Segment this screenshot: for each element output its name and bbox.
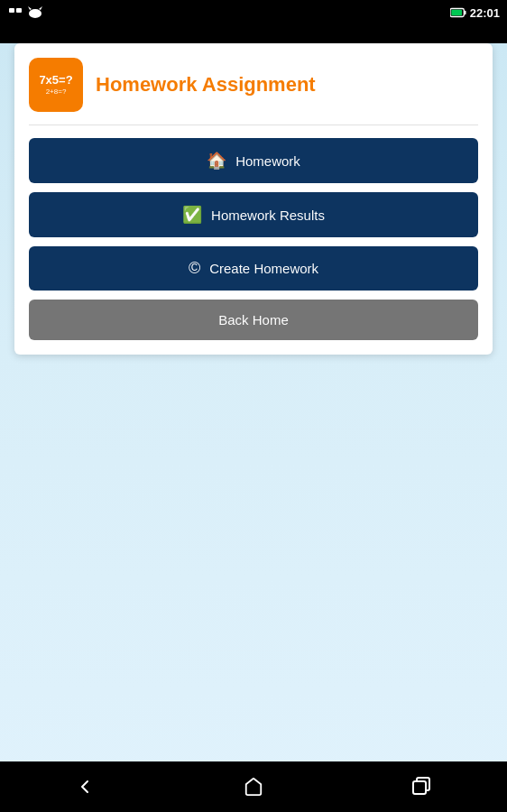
homework-results-label: Homework Results <box>211 208 325 223</box>
status-bar: 22:01 <box>0 0 507 25</box>
status-bar-right: 22:01 <box>450 5 500 21</box>
main-screen: 7x5=? 2+8=? Homework Assignment 🏠 Homewo… <box>0 43 507 805</box>
notification-icon <box>7 5 23 21</box>
results-icon: ✅ <box>182 205 202 225</box>
battery-icon <box>450 5 466 21</box>
create-icon: © <box>189 259 200 278</box>
svg-rect-1 <box>16 8 22 13</box>
homework-button[interactable]: 🏠 Homework <box>29 138 478 183</box>
homework-label: Homework <box>235 153 300 169</box>
card-header: 7x5=? 2+8=? Homework Assignment <box>29 58 478 112</box>
main-card: 7x5=? 2+8=? Homework Assignment 🏠 Homewo… <box>14 43 493 355</box>
create-homework-label: Create Homework <box>209 261 318 276</box>
svg-rect-7 <box>451 10 462 15</box>
navigation-bar <box>0 761 507 812</box>
app-icon-line2: 2+8=? <box>46 88 67 96</box>
svg-point-2 <box>29 9 41 18</box>
svg-marker-4 <box>39 6 42 10</box>
home-nav-button[interactable] <box>226 769 281 805</box>
status-bar-left <box>7 5 43 21</box>
header-divider <box>29 125 478 125</box>
back-home-button[interactable]: Back Home <box>29 300 478 340</box>
time-display: 22:01 <box>470 6 500 20</box>
card-title: Homework Assignment <box>96 73 316 97</box>
svg-rect-0 <box>9 8 14 13</box>
back-home-label: Back Home <box>218 312 289 328</box>
homework-icon: 🏠 <box>207 151 226 171</box>
app-icon: 7x5=? 2+8=? <box>29 58 83 112</box>
homework-results-button[interactable]: ✅ Homework Results <box>29 192 478 237</box>
create-homework-button[interactable]: © Create Homework <box>29 246 478 291</box>
svg-rect-6 <box>465 11 466 15</box>
recent-nav-button[interactable] <box>395 769 449 805</box>
app-icon-line1: 7x5=? <box>39 74 72 87</box>
back-nav-button[interactable] <box>58 769 112 805</box>
cat-icon <box>27 5 43 21</box>
svg-rect-9 <box>413 781 426 794</box>
svg-marker-3 <box>28 6 32 10</box>
